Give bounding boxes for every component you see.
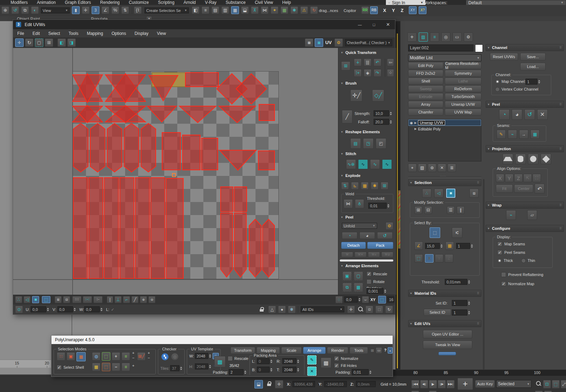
rotate-ccw-icon[interactable]: ↶ xyxy=(374,59,381,66)
vertex-color-radio[interactable] xyxy=(495,87,500,92)
set-key-icon[interactable]: + xyxy=(457,378,473,390)
thick-radio[interactable] xyxy=(497,258,502,263)
angle-snap-icon[interactable]: ∠ xyxy=(101,6,109,14)
pu-w-field[interactable]: 2048 xyxy=(195,353,208,359)
select-by-smoothing-icon[interactable]: ▦ xyxy=(445,241,454,250)
uv-vertex-mode-icon[interactable]: ∴ xyxy=(15,296,22,303)
xy-constraint-button[interactable]: XY xyxy=(409,6,417,14)
copitor-button[interactable]: Copitor xyxy=(344,8,356,13)
y-coord-field[interactable]: -18490,03 xyxy=(324,381,347,387)
box-map-icon[interactable] xyxy=(541,154,551,164)
pu-edge-ring-icon[interactable]: ≡ xyxy=(122,363,130,371)
modifier-button[interactable]: Unwrap UVW xyxy=(445,101,481,108)
peel-pelt-icon[interactable]: ◕ xyxy=(359,232,375,239)
pu-uv-shell-icon[interactable]: ◍ xyxy=(92,352,100,361)
rollout-edit-uvs[interactable]: Edit UVs xyxy=(408,320,481,327)
isolate-selection-icon[interactable]: ⬓ xyxy=(254,380,263,388)
xq-script-icon[interactable]: X? xyxy=(419,6,426,14)
pu-h-field[interactable]: 2048 xyxy=(195,363,208,369)
break-by-angle-icon[interactable]: ⊾ xyxy=(351,182,359,190)
pu-checker-ball-icon[interactable]: ▚ xyxy=(161,353,169,361)
paint-select-add-icon[interactable]: ⊕ xyxy=(140,296,147,303)
align-to-pivot-icon[interactable]: ⊥ xyxy=(115,296,122,303)
stack-row-unwrap[interactable]: ◉ ▶ Unwrap UVW xyxy=(408,120,481,126)
menu-modifiers[interactable]: Modifiers xyxy=(11,0,28,5)
mirror-icon[interactable]: ◧ xyxy=(192,6,199,14)
pu-l-field[interactable]: 0 xyxy=(257,358,270,364)
pu-fill-holes-checkbox[interactable]: ✓ xyxy=(334,363,339,368)
arrange-padding-field[interactable]: 0,001 xyxy=(367,288,383,294)
rollout-projection[interactable]: Projection xyxy=(486,145,564,152)
loop-grow-icon[interactable]: ᎒᎒᎒ xyxy=(72,296,81,303)
pu-select-shell-checkbox[interactable]: ✓ xyxy=(57,365,62,370)
peel-undo-icon[interactable]: ↺ xyxy=(377,232,393,239)
zoom-selected-icon[interactable]: ⊡ xyxy=(543,380,551,388)
menu-vray[interactable]: V-Ray xyxy=(205,0,217,5)
reset-projection-icon[interactable]: ↶ xyxy=(535,184,545,194)
uv-element-mode-icon[interactable]: ⬚ xyxy=(42,296,50,303)
peel-seams-checkbox[interactable]: ✓ xyxy=(497,250,502,255)
align-icon[interactable]: ≡ xyxy=(202,6,209,14)
pu-sub-icon[interactable]: − xyxy=(112,363,120,371)
peel-mode-icon[interactable]: ◕ xyxy=(512,109,522,120)
modify-panel-tab[interactable]: ▨ xyxy=(419,32,428,42)
falloff-shape-icon[interactable]: ⌣ xyxy=(362,296,369,303)
partial-scrolled-button[interactable] xyxy=(438,352,456,355)
minimize-icon[interactable]: — xyxy=(353,23,367,27)
trackbar[interactable]: 15 20 xyxy=(0,360,51,368)
pu-b-spinner[interactable] xyxy=(270,367,273,373)
uv-space-cube-icon[interactable]: ⬚ xyxy=(378,296,386,304)
sign-in-button[interactable]: ○ Sign In ▼ xyxy=(386,0,425,5)
point-to-point-seam-icon[interactable]: ⌁ xyxy=(508,130,517,139)
uv-pan-icon[interactable]: ✛ xyxy=(347,306,355,313)
peel-reset-icon[interactable]: ◔ xyxy=(342,232,357,239)
show-end-result-icon[interactable]: ▧ xyxy=(418,164,426,172)
maximize-icon[interactable]: □ xyxy=(367,23,381,27)
transform-gizmo-icon[interactable]: ✛ xyxy=(275,380,283,388)
falloff-spinner[interactable] xyxy=(389,119,393,125)
stitch-average-icon[interactable]: ∿ xyxy=(370,159,380,169)
prev-frame-icon[interactable]: ◀|| xyxy=(420,380,428,388)
stack-row-editable-poly[interactable]: ▶ Editable Poly xyxy=(408,126,483,132)
pu-vertex-mode-icon[interactable]: ∷ xyxy=(57,352,65,361)
create-panel-tab[interactable]: + xyxy=(407,32,417,42)
z-constraint-button[interactable]: Z xyxy=(401,8,404,13)
angle-threshold-spinner[interactable] xyxy=(440,243,443,249)
texture-options-icon[interactable]: ⚙ xyxy=(334,38,343,47)
configure-modifier-sets-icon[interactable]: ≣ xyxy=(448,164,456,172)
pu-padding2-field[interactable]: 0,01 xyxy=(352,369,369,375)
pu-add-icon[interactable]: + xyxy=(112,352,120,361)
close-icon[interactable]: ✕ xyxy=(381,22,395,27)
pu-titlebar[interactable]: PolyUnwrapper 4.5.0 xyxy=(51,336,393,344)
uv-menu-view[interactable]: View xyxy=(153,31,170,36)
arrange-padding-spinner[interactable] xyxy=(383,288,387,294)
falloff-curve-icon[interactable]: ╱ xyxy=(342,110,352,123)
quick-transform-header[interactable]: Quick Transform xyxy=(340,50,376,55)
rendered-frame-icon[interactable]: ✱ xyxy=(290,6,298,14)
move-icon[interactable]: ✛ xyxy=(82,6,90,14)
uv-lock-icon[interactable] xyxy=(260,307,264,312)
peel-header[interactable]: Peel xyxy=(340,215,353,219)
texture-dropdown[interactable]: CheckerPatt...( Checker )▼ xyxy=(345,39,392,46)
soft-selection-field[interactable]: 0,0 xyxy=(344,296,358,302)
pu-t-spinner[interactable] xyxy=(296,367,300,373)
paint-select-icon[interactable]: ╱ xyxy=(131,296,139,303)
all-ids-dropdown[interactable]: All IDs▼ xyxy=(301,306,344,312)
pu-l-spinner[interactable] xyxy=(270,358,273,364)
z-coord-field[interactable]: 0,0mm xyxy=(356,381,376,387)
uv-titlebar[interactable]: 3 Edit UVWs — □ ✕ xyxy=(13,20,395,29)
pu-plusminus[interactable]: + xyxy=(132,351,134,355)
schematic-view-icon[interactable]: ⋈ xyxy=(261,6,269,14)
arrange-rotate-checkbox[interactable] xyxy=(367,279,371,284)
uv-menu-mapping[interactable]: Mapping xyxy=(82,31,107,36)
go-to-end-icon[interactable]: ▶▶| xyxy=(447,380,455,388)
falloff-field[interactable]: 20,0 xyxy=(374,119,389,125)
play-icon[interactable]: ▶ xyxy=(429,380,437,388)
motion-panel-tab[interactable]: ◎ xyxy=(441,32,450,42)
uv-move-icon[interactable]: ✛ xyxy=(15,38,24,47)
pu-padding1-spinner[interactable] xyxy=(244,369,247,375)
rotate-cw-icon[interactable]: ↷ xyxy=(374,69,381,77)
pu-tab-transform[interactable]: Transform xyxy=(230,347,255,354)
convert-edge-to-seam-icon[interactable]: → xyxy=(519,130,528,139)
dope-sheet-icon[interactable]: ⊼ xyxy=(251,6,259,14)
